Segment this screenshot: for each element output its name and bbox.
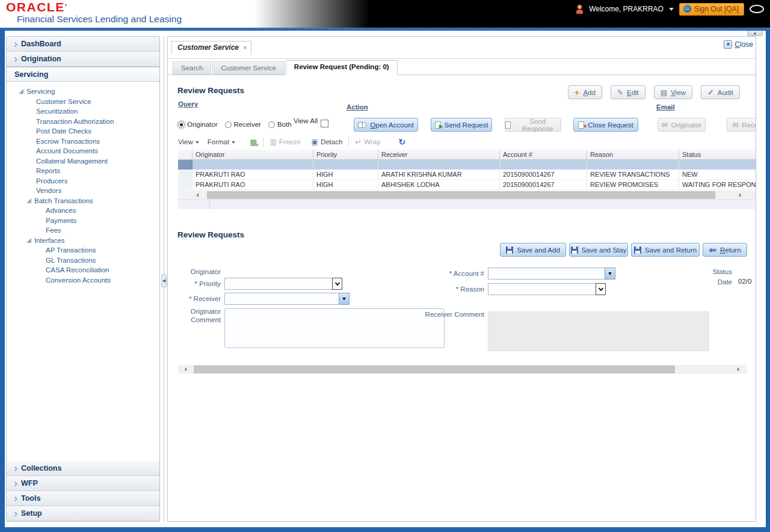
scroll-left-icon[interactable]: ‹	[180, 365, 191, 374]
tree-node-post-date-checks[interactable]: Post Date Checks	[7, 126, 159, 136]
column-header[interactable]: Priority	[313, 150, 378, 160]
refresh-icon[interactable]: ↻	[399, 137, 406, 147]
doc-tab-customer-service[interactable]: Customer Service ×	[171, 41, 251, 55]
originator-comment-textarea[interactable]	[224, 308, 445, 348]
view-button[interactable]: ▤ View	[654, 85, 692, 99]
table-row-selected-empty[interactable]	[178, 160, 756, 170]
tree-expanded-triangle-icon[interactable]	[26, 198, 31, 203]
exit-arrow-icon	[683, 5, 691, 13]
tree-node-escrow-transactions[interactable]: Escrow Transactions	[7, 136, 159, 147]
export-spreadsheet-icon[interactable]: ▦	[250, 138, 257, 147]
tab-review-request[interactable]: Review Request (Pending: 0)	[286, 60, 398, 75]
tab-customer-service[interactable]: Customer Service	[212, 61, 284, 75]
scroll-right-icon[interactable]: ›	[733, 365, 744, 374]
receiver-radio-label[interactable]: Receiver	[234, 121, 261, 128]
scroll-left-icon[interactable]: ‹	[192, 191, 203, 200]
panel-collapse-handle[interactable]: ▲	[747, 31, 763, 36]
reason-dropdown-button[interactable]	[596, 283, 606, 295]
reason-label: * Reason	[420, 285, 484, 293]
view-all-checkbox[interactable]	[321, 120, 328, 127]
table-row[interactable]: PRAKRUTI RAO HIGH ABHISHEK LODHA 2015090…	[178, 180, 756, 190]
open-account-button[interactable]: Open Account	[354, 118, 418, 132]
document-icon	[505, 121, 511, 129]
table-row[interactable]: PRAKRUTI RAO HIGH ARATHI KRISHNA KUMAR 2…	[178, 170, 756, 180]
audit-button[interactable]: ✓ Audit	[701, 85, 740, 99]
tree-node-casa-reconciliation[interactable]: CASA Reconciliation	[7, 265, 159, 275]
originator-radio-label[interactable]: Originator	[187, 121, 218, 128]
column-header[interactable]: Reason	[587, 150, 679, 160]
sidebar-section-wfp[interactable]: WFP	[7, 476, 159, 491]
tree-node-advances[interactable]: Advances	[7, 206, 159, 216]
originator-radio[interactable]	[178, 121, 185, 128]
tree-expanded-triangle-icon[interactable]	[19, 89, 23, 94]
freeze-button[interactable]: ▥ Freeze	[270, 138, 300, 146]
sign-out-button[interactable]: Sign Out [QA]	[679, 3, 744, 16]
sidebar-collapse-arrow[interactable]: ◀	[161, 274, 167, 287]
welcome-menu-caret-icon[interactable]	[669, 8, 674, 11]
column-header[interactable]: Receiver	[378, 150, 500, 160]
tree-node-customer-service[interactable]: Customer Service	[7, 97, 159, 107]
scroll-right-icon[interactable]: ›	[735, 191, 745, 200]
email-originator-button[interactable]: ✉ Originator	[658, 118, 706, 132]
format-menu[interactable]: Format	[208, 138, 235, 145]
email-receiver-button[interactable]: ✉ Receiver	[727, 118, 756, 132]
both-radio[interactable]	[268, 121, 275, 128]
priority-input[interactable]	[224, 278, 332, 290]
sidebar-section-collections[interactable]: Collections	[7, 461, 159, 476]
add-button[interactable]: + Add	[568, 85, 602, 99]
sidebar-section-tools[interactable]: Tools	[7, 491, 159, 506]
save-and-return-button[interactable]: Save and Return	[631, 243, 700, 257]
tree-node-ap-transactions[interactable]: AP Transactions	[7, 245, 159, 255]
tree-node-conversion-accounts[interactable]: Conversion Accounts	[7, 275, 159, 286]
sidebar-section-servicing[interactable]: Servicing	[7, 67, 159, 82]
sidebar-section-origination[interactable]: Origination	[7, 52, 159, 67]
reason-input[interactable]	[488, 283, 596, 295]
close-tab-icon[interactable]: ×	[243, 44, 247, 51]
column-header[interactable]: Account #	[500, 150, 587, 160]
column-header[interactable]: Originator	[192, 150, 313, 160]
save-and-add-button[interactable]: Save and Add	[500, 243, 566, 257]
edit-button[interactable]: ✎ Edit	[611, 85, 645, 99]
both-radio-label[interactable]: Both	[277, 121, 292, 128]
column-header[interactable]: Status	[679, 150, 756, 160]
tree-node-interfaces[interactable]: Interfaces	[7, 236, 159, 246]
tree-node-transaction-authorization[interactable]: Transaction Authorization	[7, 117, 159, 127]
receiver-radio[interactable]	[225, 121, 232, 128]
receiver-label: * Receiver	[168, 295, 221, 303]
tree-node-reports[interactable]: Reports	[7, 166, 159, 176]
tree-node-payments[interactable]: Payments	[7, 216, 159, 226]
account-input[interactable]	[488, 268, 605, 280]
priority-dropdown-button[interactable]	[332, 278, 342, 290]
tree-expanded-triangle-icon[interactable]	[26, 238, 31, 243]
tree-node-account-documents[interactable]: Account Documents	[7, 146, 159, 156]
tree-node-batch-transactions[interactable]: Batch Transactions	[7, 196, 159, 206]
tree-node-producers[interactable]: Producers	[7, 176, 159, 186]
tree-node-gl-transactions[interactable]: GL Transactions	[7, 255, 159, 266]
review-request-content: Review Requests + Add ✎ Edit ▤ View ✓ Au…	[168, 75, 756, 521]
return-button[interactable]: ⇐ Return	[703, 243, 747, 257]
send-response-button[interactable]: Send Response	[505, 118, 561, 132]
tab-search[interactable]: Search	[173, 61, 211, 75]
view-menu[interactable]: View	[178, 138, 199, 145]
tree-node-vendors[interactable]: Vendors	[7, 186, 159, 196]
detach-button[interactable]: ▣ Detach	[312, 138, 343, 146]
tree-node-securitization[interactable]: Securitization	[7, 106, 159, 117]
close-button[interactable]: × Close	[724, 40, 753, 49]
tree-node-collateral-management[interactable]: Collateral Management	[7, 156, 159, 167]
tree-node-servicing[interactable]: Servicing	[7, 87, 159, 97]
scrollbar-thumb[interactable]	[207, 191, 715, 199]
account-lov-button[interactable]	[605, 268, 615, 280]
sidebar-section-dashboard[interactable]: DashBoard	[7, 37, 159, 52]
close-request-button[interactable]: × Close Request	[573, 118, 638, 132]
scrollbar-thumb[interactable]	[194, 365, 675, 373]
tree-node-fees[interactable]: Fees	[7, 225, 159, 236]
priority-label: * Priority	[168, 280, 221, 288]
receiver-input[interactable]	[224, 293, 339, 305]
save-and-stay-button[interactable]: Save and Stay	[569, 243, 628, 257]
pencil-icon: ✎	[617, 88, 623, 97]
sidebar-section-setup[interactable]: Setup	[7, 506, 159, 521]
send-request-button[interactable]: ▶ Send Request	[431, 118, 492, 132]
open-book-icon	[358, 122, 366, 128]
receiver-lov-button[interactable]	[339, 293, 350, 305]
wrap-button[interactable]: ↵ Wrap	[355, 138, 380, 147]
